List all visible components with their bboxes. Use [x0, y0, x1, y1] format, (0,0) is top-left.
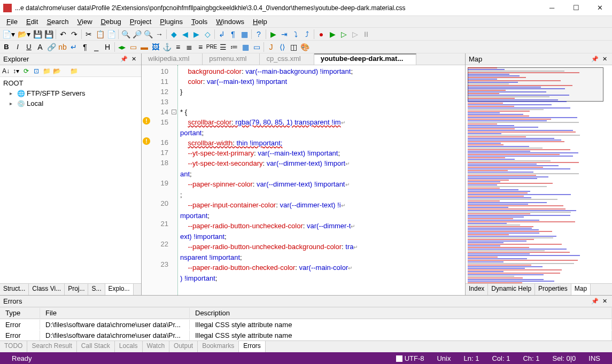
code-editor[interactable]: !! 1011121314151617181920212223 - backgr… — [142, 65, 465, 295]
list-button[interactable]: ☰ — [218, 42, 228, 52]
record-button[interactable]: ● — [316, 29, 327, 40]
left-tab[interactable]: Struct... — [0, 284, 29, 295]
menu-debug[interactable]: Debug — [97, 17, 126, 27]
para-button[interactable]: ¶ — [80, 42, 90, 52]
color-button[interactable]: 🎨 — [299, 42, 310, 52]
menu-file[interactable]: File — [2, 17, 22, 27]
replace-button[interactable]: 🔎 — [131, 29, 142, 40]
debug-play-button[interactable]: ▶ — [327, 29, 338, 40]
col-file[interactable]: File — [40, 308, 190, 318]
pre-button[interactable]: PRE — [206, 42, 217, 52]
copy-button[interactable]: 📋 — [95, 29, 105, 40]
tree-root[interactable]: ROOT — [0, 78, 141, 88]
save-all-button[interactable]: 💾 — [43, 29, 54, 40]
step-out-button[interactable]: ⤴ — [301, 29, 312, 40]
editor-tab[interactable]: youtube-deep-dark.mat... — [314, 53, 417, 65]
filter-button[interactable]: ↕▾ — [11, 66, 21, 76]
paste-button[interactable]: 📄 — [106, 29, 117, 40]
left-tab[interactable]: S... — [88, 284, 105, 295]
underline-button[interactable]: U — [24, 42, 34, 52]
right-tab[interactable]: Index — [466, 284, 488, 295]
errors-close-icon[interactable]: ✕ — [600, 297, 609, 306]
map-close-icon[interactable]: ✕ — [600, 55, 609, 64]
nbsp-button[interactable]: nb — [57, 42, 68, 52]
align-right-button[interactable]: ≡ — [195, 42, 206, 52]
col-desc[interactable]: Description — [190, 308, 612, 318]
status-sel[interactable]: Sel: 0|0 — [552, 354, 576, 362]
fold-gutter[interactable]: - — [172, 65, 178, 295]
caret-icon[interactable]: ▸ — [10, 100, 15, 106]
form-button[interactable]: ▭ — [251, 42, 262, 52]
find-button[interactable]: 🔍 — [120, 29, 131, 40]
undo-button[interactable]: ↶ — [58, 29, 68, 40]
menu-windows[interactable]: Windows — [212, 17, 249, 27]
collapse-button[interactable]: 📁 — [42, 66, 51, 76]
editor-tab[interactable]: cp_css.xml — [260, 53, 314, 65]
div-button[interactable]: ▭ — [128, 42, 138, 52]
bookmark-next-button[interactable]: ▶ — [191, 29, 202, 40]
align-center-button[interactable]: ≣ — [184, 42, 195, 52]
status-eol[interactable]: Unix — [437, 354, 451, 362]
open-file-button[interactable]: 📂▾ — [17, 29, 32, 40]
bottom-tab[interactable]: Bookmarks — [198, 341, 239, 352]
ol-button[interactable]: ≔ — [229, 42, 239, 52]
minimize-button[interactable]: ─ — [540, 0, 564, 16]
link-button[interactable]: 🔗 — [46, 42, 57, 52]
warning-icon[interactable]: ! — [143, 137, 150, 145]
right-tab[interactable]: Dynamic Help — [488, 284, 535, 295]
wordwrap-button[interactable]: ↲ — [216, 29, 227, 40]
tree-node[interactable]: ▸🌐FTP/SFTP Servers — [0, 88, 141, 98]
refresh-button[interactable]: ⟳ — [21, 66, 31, 76]
error-row[interactable]: ErrorD:\files\software data\chrome\user … — [0, 319, 612, 330]
status-ins[interactable]: INS — [588, 354, 600, 362]
sync-button[interactable]: ⊡ — [32, 66, 41, 76]
whitespace-button[interactable]: ¶ — [228, 29, 238, 40]
br-button[interactable]: ↵ — [68, 42, 79, 52]
left-tab[interactable]: Class Vi... — [29, 284, 65, 295]
step-over-button[interactable]: ⤵ — [290, 29, 301, 40]
align-left-button[interactable]: ≡ — [173, 42, 183, 52]
errors-table[interactable]: Type File Description ErrorD:\files\soft… — [0, 307, 612, 340]
new-folder-button[interactable]: 📁 — [69, 66, 79, 76]
step-into-button[interactable]: ⇥ — [279, 29, 290, 40]
menu-plugins[interactable]: Plugins — [156, 17, 187, 27]
heading-button[interactable]: H — [102, 42, 113, 52]
bottom-tab[interactable]: Errors — [239, 341, 266, 352]
new-file-button[interactable]: 📄▾ — [1, 29, 16, 40]
col-type[interactable]: Type — [0, 308, 40, 318]
debug-step-button[interactable]: ▷ — [350, 29, 360, 40]
caret-icon[interactable]: ▸ — [10, 90, 15, 96]
entity-button[interactable]: ◫ — [288, 42, 299, 52]
bold-button[interactable]: B — [1, 42, 12, 52]
bottom-tab[interactable]: Locals — [115, 341, 143, 352]
find-in-files-button[interactable]: 🔍 — [143, 29, 153, 40]
guides-button[interactable]: ▦ — [239, 29, 250, 40]
file-tree[interactable]: ROOT ▸🌐FTP/SFTP Servers▸💿Local — [0, 77, 141, 283]
warning-icon[interactable]: ! — [143, 117, 150, 125]
panel-close-icon[interactable]: ✕ — [129, 55, 138, 64]
right-tab[interactable]: Map — [571, 284, 591, 295]
pin-icon[interactable]: 📌 — [120, 55, 128, 64]
map-pin-icon[interactable]: 📌 — [591, 55, 599, 64]
error-row[interactable]: ErrorD:\files\software data\chrome\user … — [0, 330, 612, 340]
left-tab[interactable]: Explo... — [105, 284, 134, 295]
status-line[interactable]: Ln: 1 — [464, 354, 479, 362]
errors-pin-icon[interactable]: 📌 — [591, 297, 599, 306]
bottom-tab[interactable]: Watch — [143, 341, 170, 352]
bottom-tab[interactable]: Call Stack — [77, 341, 115, 352]
bottom-tab[interactable]: Output — [169, 341, 198, 352]
expand-button[interactable]: 📂 — [52, 66, 61, 76]
cut-button[interactable]: ✂ — [83, 29, 94, 40]
debug-resume-button[interactable]: ▷ — [338, 29, 349, 40]
menu-view[interactable]: View — [73, 17, 97, 27]
close-button[interactable]: ✕ — [588, 0, 612, 16]
minimap[interactable] — [466, 65, 612, 283]
table-button[interactable]: ▦ — [240, 42, 251, 52]
script-button[interactable]: J — [266, 42, 276, 52]
menu-project[interactable]: Project — [126, 17, 156, 27]
bookmark-toggle-button[interactable]: ◆ — [168, 29, 179, 40]
sort-button[interactable]: A↓ — [1, 66, 11, 76]
tree-node[interactable]: ▸💿Local — [0, 98, 141, 109]
help-button[interactable]: ? — [253, 29, 264, 40]
maximize-button[interactable]: ☐ — [564, 0, 588, 16]
